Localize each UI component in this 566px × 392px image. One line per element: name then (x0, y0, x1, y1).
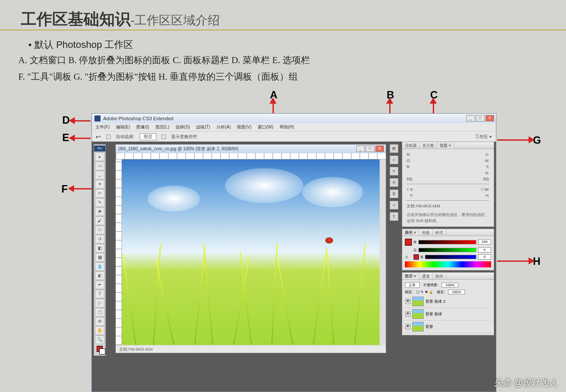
horizontal-ruler[interactable] (116, 153, 386, 159)
document-status-bar: 文档:740.0K/2.41M (116, 346, 386, 353)
minimize-button[interactable]: _ (466, 115, 475, 122)
opacity-input[interactable]: 100% (441, 283, 458, 287)
green-slider[interactable] (418, 248, 476, 252)
app-title: Adobe Photoshop CS3 Extended (103, 116, 173, 121)
menu-view[interactable]: 视图(V) (237, 124, 251, 130)
layer-row[interactable]: 👁背景 副本 2 (404, 295, 492, 308)
watermark: 头条 @设计为人 (494, 377, 557, 389)
tab-swatches[interactable]: 色板 (419, 229, 433, 236)
tab-layers[interactable]: 图层 × (402, 273, 419, 279)
path-tool[interactable]: ▷ (95, 299, 104, 308)
notes-tool[interactable]: ✉ (95, 317, 104, 326)
brush-tool[interactable]: 🖌 (95, 216, 104, 225)
background-color[interactable] (99, 348, 105, 355)
menu-window[interactable]: 窗口(W) (258, 124, 273, 130)
wand-tool[interactable]: ✦ (95, 180, 104, 189)
tab-color[interactable]: 颜色 × (402, 229, 419, 236)
menu-bar: 文件(F) 编辑(E) 图像(I) 图层(L) 选择(S) 滤镜(T) 分析(A… (92, 123, 496, 131)
tab-histogram[interactable]: 直方图 (420, 142, 437, 149)
legend-row-1: A. 文档窗口 B. 停放折叠为图标的面板 C. 面板标题栏 D. 菜单栏 E.… (18, 54, 310, 66)
blend-mode-select[interactable]: 正常 (405, 282, 420, 288)
visibility-icon[interactable]: 👁 (405, 311, 411, 317)
dock-icon-5[interactable]: ≣ (390, 189, 398, 198)
color-spectrum[interactable] (405, 261, 491, 267)
app-titlebar[interactable]: Adobe Photoshop CS3 Extended _ □ ✕ (92, 114, 496, 123)
layer-thumbnail (412, 322, 424, 331)
gradient-tool[interactable]: ▦ (95, 253, 104, 262)
label-f: F (61, 183, 68, 195)
blue-value[interactable]: 0 (478, 254, 491, 260)
doc-maximize[interactable]: □ (366, 145, 374, 152)
dock-icon-2[interactable]: ≡ (390, 155, 398, 164)
zoom-tool[interactable]: 🔍 (95, 335, 104, 344)
visibility-icon[interactable]: 👁 (405, 299, 411, 304)
eraser-tool[interactable]: ◧ (95, 244, 104, 253)
legend-row-2: F. "工具"调板 G. "折叠为图标"按钮 H. 垂直停放的三个调板（面板）组 (18, 71, 298, 83)
show-transform-checkbox[interactable] (162, 135, 166, 139)
menu-filter[interactable]: 滤镜(T) (196, 124, 210, 130)
move-tool[interactable]: ▸ (95, 152, 104, 161)
layers-panel: 图层 × 通道 路径 正常 不透明度: 100% 锁定:▢ ✎ ✥ 🔒 填充: … (402, 272, 494, 335)
menu-edit[interactable]: 编辑(E) (116, 124, 130, 130)
workspace-selector[interactable]: 工作区 ▾ (475, 134, 492, 140)
blur-tool[interactable]: 💧 (95, 262, 104, 271)
doc-close[interactable]: ✕ (375, 145, 384, 152)
eyedropper-tool[interactable]: ✎ (95, 198, 104, 207)
menu-help[interactable]: 帮助(H) (280, 124, 294, 130)
menu-image[interactable]: 图像(I) (136, 124, 149, 130)
layer-thumbnail (412, 309, 424, 319)
toolbox-header[interactable]: Ps (94, 145, 105, 152)
green-value[interactable]: 0 (478, 247, 491, 253)
ps-app-icon (94, 115, 101, 122)
tab-navigator[interactable]: 导航器 (402, 142, 420, 149)
lasso-tool[interactable]: ◡ (95, 171, 104, 179)
blue-slider[interactable] (425, 255, 476, 259)
red-slider[interactable] (418, 240, 477, 244)
fill-input[interactable]: 100% (448, 290, 465, 294)
panel-group-stack: 导航器 直方图 信息 × R:C: G:M: B:Y: K: 8位8位 + X:… (402, 142, 494, 337)
dock-icon-1[interactable]: ◩ (390, 144, 398, 153)
dock-icon-4[interactable]: ⚙ (390, 178, 398, 187)
menu-file[interactable]: 文件(F) (95, 124, 110, 130)
heal-tool[interactable]: ✚ (95, 207, 104, 216)
vertical-ruler[interactable] (116, 159, 122, 345)
shape-tool[interactable]: ▢ (95, 308, 104, 317)
doc-minimize[interactable]: _ (356, 145, 365, 152)
marquee-tool[interactable]: ▭ (95, 162, 104, 170)
hand-tool[interactable]: ✋ (95, 326, 104, 335)
menu-layer[interactable]: 图层(L) (155, 124, 169, 130)
close-button[interactable]: ✕ (485, 115, 494, 122)
document-titlebar[interactable]: 059_1680_xdesk_com_cn.jpg @ 100% (背景 副本 … (116, 145, 386, 153)
history-brush-tool[interactable]: ↺ (95, 235, 104, 243)
label-e: E (62, 132, 69, 144)
color-swatch[interactable] (405, 239, 412, 246)
color-panel: 颜色 × 色板 样式 R255 G0 ⚠B0 (402, 229, 494, 270)
crop-tool[interactable]: ✂ (95, 189, 104, 198)
layer-select[interactable]: 图层 (140, 133, 156, 140)
dock-icon-6[interactable]: A (390, 201, 398, 210)
tab-channels[interactable]: 通道 (419, 273, 433, 279)
type-tool[interactable]: T (95, 290, 104, 298)
dock-icon-3[interactable]: ✕ (390, 167, 398, 176)
layer-row[interactable]: 👁背景 (404, 321, 492, 333)
stamp-tool[interactable]: ⚇ (95, 226, 104, 234)
visibility-icon[interactable]: 👁 (405, 324, 411, 329)
layer-thumbnail (412, 297, 424, 306)
tools-palette: Ps ▸ ▭ ◡ ✦ ✂ ✎ ✚ 🖌 ⚇ ↺ ◧ ▦ 💧 ◐ ✒ T ▷ ▢ ✉… (94, 144, 106, 356)
dock-icon-7[interactable]: ¶ (390, 212, 398, 221)
menu-select[interactable]: 选择(S) (175, 124, 190, 130)
title-underline (0, 30, 566, 30)
tab-styles[interactable]: 样式 (433, 229, 446, 236)
tab-paths[interactable]: 路径 (433, 273, 446, 279)
auto-select-checkbox[interactable] (106, 135, 111, 139)
options-bar: ▸+ 自动选择: 图层 显示变换控件 工作区 ▾ (92, 131, 496, 142)
layer-row[interactable]: 👁背景 副本 (404, 308, 492, 321)
red-value[interactable]: 255 (478, 240, 491, 245)
dodge-tool[interactable]: ◐ (95, 271, 104, 280)
menu-analysis[interactable]: 分析(A) (216, 124, 231, 130)
maximize-button[interactable]: □ (476, 115, 485, 122)
collapsed-panel-dock: ◩ ≡ ✕ ⚙ ≣ A ¶ (390, 144, 399, 223)
pen-tool[interactable]: ✒ (95, 280, 104, 289)
tab-info[interactable]: 信息 × (437, 142, 454, 149)
canvas-image[interactable] (122, 159, 380, 345)
